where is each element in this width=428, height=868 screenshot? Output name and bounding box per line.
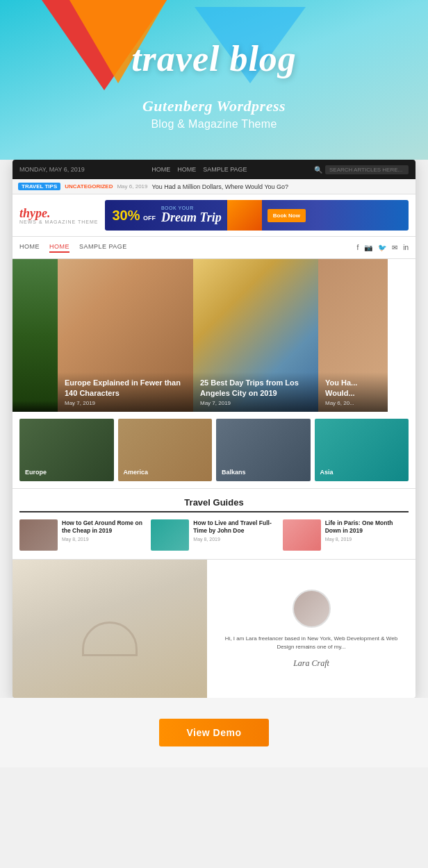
category-balkans-label: Balkans bbox=[222, 469, 246, 476]
topbar-nav-home2[interactable]: HOME bbox=[177, 166, 196, 173]
guides-list: How to Get Around Rome on the Cheap in 2… bbox=[19, 519, 409, 551]
guide-3-title: Life in Paris: One Month Down in 2019 bbox=[325, 519, 409, 535]
logo-bar: thype. NEWS & MAGAZINE THEME 30% OFF BOO… bbox=[13, 194, 415, 237]
ad-discount-container: 30% OFF bbox=[112, 208, 155, 223]
lower-section: Hi, I am Lara freelancer based in New Yo… bbox=[13, 559, 415, 698]
logo-container: thype. NEWS & MAGAZINE THEME bbox=[19, 206, 98, 224]
hero-subtitle2: Blog & Magazine Theme bbox=[0, 118, 428, 131]
guide-2-info: How to Live and Travel Full-Time by John… bbox=[193, 519, 277, 542]
slide-4[interactable]: You Ha... Would... May 6, 20... bbox=[318, 259, 388, 412]
hero-subtitle1: Gutenberg Wordpress bbox=[0, 97, 428, 115]
logo-tagline: NEWS & MAGAZINE THEME bbox=[19, 219, 98, 224]
slide-3-date: May 7, 2019 bbox=[200, 400, 311, 406]
category-europe[interactable]: Europe bbox=[19, 419, 114, 481]
nav-home1[interactable]: HOME bbox=[19, 243, 40, 253]
ad-book-label: BOOK YOUR bbox=[161, 206, 222, 210]
nav-home2[interactable]: HOME bbox=[49, 243, 69, 253]
search-icon: 🔍 bbox=[314, 166, 322, 174]
avatar bbox=[293, 590, 331, 628]
guide-2-date: May 8, 2019 bbox=[193, 537, 277, 542]
breaking-tag: TRAVEL TIPS bbox=[18, 183, 60, 190]
bio-text: Hi, I am Lara freelancer based in New Yo… bbox=[218, 635, 404, 651]
category-america-label: America bbox=[124, 469, 149, 476]
nav-sample[interactable]: SAMPLE PAGE bbox=[79, 243, 127, 253]
colosseum-arch bbox=[82, 621, 138, 656]
colosseum-bg bbox=[13, 560, 207, 698]
ad-text-container: BOOK YOUR Dream Trip bbox=[161, 206, 222, 225]
guide-3-info: Life in Paris: One Month Down in 2019 Ma… bbox=[325, 519, 409, 542]
instagram-icon[interactable]: 📷 bbox=[364, 244, 372, 251]
hero-title: travel blog bbox=[0, 38, 428, 79]
category-america[interactable]: America bbox=[118, 419, 213, 481]
ad-banner[interactable]: 30% OFF BOOK YOUR Dream Trip Book Now bbox=[105, 200, 409, 231]
guide-3-date: May 8, 2019 bbox=[325, 537, 409, 542]
hero-section: travel blog Gutenberg Wordpress Blog & M… bbox=[0, 0, 428, 160]
slide-4-title: You Ha... Would... bbox=[325, 378, 381, 398]
logo-name[interactable]: thype. bbox=[19, 206, 98, 221]
slide-3-overlay: 25 Best Day Trips from Los Angeles City … bbox=[193, 372, 318, 412]
author-bio: Hi, I am Lara freelancer based in New Yo… bbox=[207, 560, 415, 698]
slide-2-overlay: Europe Explained in Fewer than 140 Chara… bbox=[58, 372, 193, 412]
breaking-date: May 6, 2019 bbox=[117, 183, 147, 190]
category-asia[interactable]: Asia bbox=[315, 419, 409, 481]
featured-slider: Europe Explained in Fewer than 140 Chara… bbox=[13, 259, 415, 412]
view-demo-button[interactable]: View Demo bbox=[159, 719, 270, 746]
topbar-search-area: 🔍 bbox=[314, 165, 409, 174]
email-icon[interactable]: ✉ bbox=[392, 244, 397, 251]
slide-2-title: Europe Explained in Fewer than 140 Chara… bbox=[65, 378, 186, 398]
topbar-nav-sample[interactable]: SAMPLE PAGE bbox=[203, 166, 247, 173]
demo-section: View Demo bbox=[0, 698, 428, 767]
guide-item-1[interactable]: How to Get Around Rome on the Cheap in 2… bbox=[19, 519, 145, 551]
ad-trip-text: Dream Trip bbox=[161, 210, 222, 225]
linkedin-icon[interactable]: in bbox=[403, 244, 409, 251]
nav-links: HOME HOME SAMPLE PAGE bbox=[19, 243, 127, 253]
breaking-news-bar: TRAVEL TIPS UNCATEGORIZED May 6, 2019 Yo… bbox=[13, 179, 415, 194]
guide-2-thumbnail bbox=[151, 519, 189, 551]
guide-item-2[interactable]: How to Live and Travel Full-Time by John… bbox=[151, 519, 277, 551]
ad-off: OFF bbox=[143, 215, 156, 222]
slide-2-date: May 7, 2019 bbox=[65, 400, 186, 406]
guide-3-thumbnail bbox=[283, 519, 321, 551]
guide-1-thumbnail bbox=[19, 519, 58, 551]
breaking-category[interactable]: UNCATEGORIZED bbox=[65, 183, 113, 190]
ad-cta-button[interactable]: Book Now bbox=[268, 209, 306, 222]
slide-4-date: May 6, 20... bbox=[325, 400, 381, 406]
travel-guides-section: Travel Guides How to Get Around Rome on … bbox=[13, 488, 415, 559]
signature: Lara Craft bbox=[293, 658, 329, 669]
slide-2[interactable]: Europe Explained in Fewer than 140 Chara… bbox=[58, 259, 193, 412]
guide-item-3[interactable]: Life in Paris: One Month Down in 2019 Ma… bbox=[283, 519, 409, 551]
category-europe-label: Europe bbox=[25, 469, 47, 476]
slide-4-overlay: You Ha... Would... May 6, 20... bbox=[318, 372, 388, 412]
browser-topbar: MONDAY, MAY 6, 2019 HOME HOME SAMPLE PAG… bbox=[13, 160, 415, 179]
guide-1-info: How to Get Around Rome on the Cheap in 2… bbox=[62, 519, 145, 542]
colosseum-image bbox=[13, 560, 207, 698]
search-input[interactable] bbox=[325, 165, 409, 174]
ad-image bbox=[227, 200, 262, 231]
twitter-icon[interactable]: 🐦 bbox=[378, 244, 386, 251]
guide-1-title: How to Get Around Rome on the Cheap in 2… bbox=[62, 519, 145, 535]
topbar-nav-home1[interactable]: HOME bbox=[151, 166, 170, 173]
category-asia-label: Asia bbox=[320, 469, 334, 476]
guides-title: Travel Guides bbox=[19, 497, 409, 512]
slide-1-overlay bbox=[13, 401, 58, 412]
browser-frame: MONDAY, MAY 6, 2019 HOME HOME SAMPLE PAG… bbox=[13, 160, 415, 698]
breaking-text[interactable]: You Had a Million Dollars, Where Would Y… bbox=[151, 183, 288, 190]
main-nav: HOME HOME SAMPLE PAGE f 📷 🐦 ✉ in bbox=[13, 237, 415, 259]
category-balkans[interactable]: Balkans bbox=[216, 419, 311, 481]
guide-1-date: May 8, 2019 bbox=[62, 537, 145, 542]
topbar-nav: HOME HOME SAMPLE PAGE bbox=[151, 166, 247, 173]
topbar-date: MONDAY, MAY 6, 2019 bbox=[19, 166, 85, 173]
facebook-icon[interactable]: f bbox=[356, 244, 359, 251]
guide-2-title: How to Live and Travel Full-Time by John… bbox=[193, 519, 277, 535]
social-icons: f 📷 🐦 ✉ in bbox=[356, 244, 409, 251]
ad-discount: 30% bbox=[112, 208, 140, 223]
slide-3-title: 25 Best Day Trips from Los Angeles City … bbox=[200, 378, 311, 398]
slide-3[interactable]: 25 Best Day Trips from Los Angeles City … bbox=[193, 259, 318, 412]
categories-section: Europe America Balkans Asia bbox=[13, 412, 415, 488]
slide-1[interactable] bbox=[13, 259, 58, 412]
